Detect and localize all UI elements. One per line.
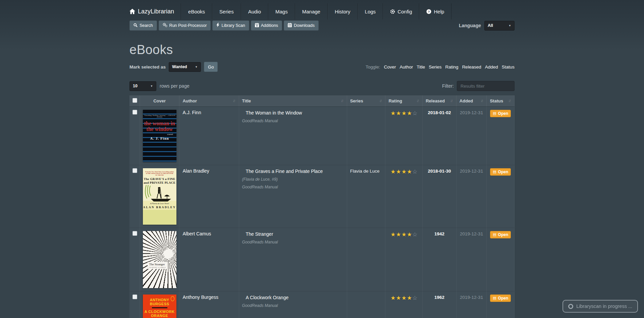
chevron-down-icon: ▼ <box>508 24 511 27</box>
title-link[interactable]: The Graves a Fine and Private Place <box>246 169 323 174</box>
sort-icon: ↓↑ <box>379 98 382 103</box>
nav-item-config[interactable]: Config <box>383 3 419 19</box>
column-header-status[interactable]: Status↓↑ <box>487 95 515 106</box>
downloads-button[interactable]: Downloads <box>284 20 319 31</box>
cover-illustration <box>144 185 175 202</box>
nav-item-logs[interactable]: Logs <box>358 3 383 19</box>
additions-button[interactable]: Additions <box>251 20 282 31</box>
brand-home-link[interactable]: LazyLibrarian <box>129 3 181 19</box>
nav-item-ebooks[interactable]: eBooks <box>181 3 212 19</box>
book-cover[interactable]: “Unsettling. Thrilling. Amazing.” —GILLI… <box>143 110 176 162</box>
column-header-title[interactable]: Title↓↑ <box>239 95 347 106</box>
toggle-author[interactable]: Author <box>400 64 413 70</box>
open-button[interactable]: ▤Open <box>490 294 511 302</box>
toggle-title[interactable]: Title <box>417 64 425 70</box>
rating-stars: ★★★★☆ <box>385 291 423 318</box>
column-header-released[interactable]: Released↓↑ <box>423 95 457 106</box>
author-link[interactable]: Alan Bradley <box>182 168 209 174</box>
sort-icon: ↓↑ <box>480 98 483 103</box>
title-link[interactable]: The Woman in the Window <box>246 110 302 116</box>
title-link[interactable]: The Stranger <box>246 231 273 237</box>
source-label: GoodReads Manual <box>242 303 344 308</box>
svg-text:?: ? <box>428 10 430 13</box>
nav-item-mags[interactable]: Mags <box>268 3 295 19</box>
sort-icon: ↓↑ <box>508 98 511 103</box>
cover-title: the woman in the window <box>143 121 176 132</box>
row-checkbox[interactable] <box>132 168 137 173</box>
row-checkbox[interactable] <box>132 110 137 115</box>
page-title: eBooks <box>129 43 515 57</box>
toggle-rating[interactable]: Rating <box>445 64 459 70</box>
lightning-icon <box>216 23 219 28</box>
nav-item-help[interactable]: ? Help <box>419 3 451 19</box>
column-header-rating[interactable]: Rating↓↑ <box>385 95 423 106</box>
cover-quote: “Unsettling. Thrilling. Amazing.” —GILLI… <box>143 115 176 118</box>
cover-title: The GRAVE'S a FINE and PRIVATE PLACE <box>143 177 176 185</box>
publisher-logo <box>171 296 174 301</box>
added-date: 2019-12-31 <box>460 110 483 115</box>
sort-icon: ↓↑ <box>233 98 236 103</box>
author-link[interactable]: Albert Camus <box>182 231 211 236</box>
library-scan-button[interactable]: Library Scan <box>212 20 249 31</box>
toggle-released[interactable]: Released <box>462 64 481 70</box>
sort-icon: ↓↑ <box>450 98 453 103</box>
toggle-status[interactable]: Status <box>502 64 515 70</box>
select-all-header[interactable] <box>129 95 140 106</box>
open-button[interactable]: ▤Open <box>490 110 511 117</box>
go-button[interactable]: Go <box>204 62 218 72</box>
mark-selected-select[interactable]: Wanted ▼ <box>169 62 201 72</box>
cover-author: A. J. Finn <box>143 136 176 140</box>
nav-item-audio[interactable]: Audio <box>241 3 268 19</box>
language-label: Language <box>459 23 481 28</box>
released-date: 1962 <box>434 295 444 300</box>
search-button[interactable]: Search <box>129 20 157 31</box>
rating-stars: ★★★★☆ <box>385 228 423 291</box>
author-link[interactable]: Anthony Burgess <box>182 294 218 300</box>
results-filter-input[interactable] <box>457 81 515 91</box>
select-all-checkbox[interactable] <box>132 98 137 103</box>
book-cover[interactable]: From the New York Times bestselling auth… <box>143 168 176 225</box>
brand-label: LazyLibrarian <box>138 8 174 15</box>
toolbar: Search Run Post-Processor Library Scan A… <box>129 20 515 31</box>
book-cover[interactable]: ANTHONY BURGESS A CLOCKWORK ORANGE <box>143 294 176 318</box>
filter-label: Filter: <box>442 83 454 89</box>
open-button[interactable]: ▤Open <box>490 168 511 176</box>
source-label: GoodReads Manual <box>242 119 344 123</box>
open-button[interactable]: ▤Open <box>490 231 511 238</box>
table-row: “Unsettling. Thrilling. Amazing.” —GILLI… <box>129 106 515 165</box>
toggle-added[interactable]: Added <box>485 64 498 70</box>
added-date: 2019-12-31 <box>460 169 483 174</box>
toggle-cover[interactable]: Cover <box>384 64 396 70</box>
toggle-series[interactable]: Series <box>429 64 441 70</box>
column-header-added[interactable]: Added↓↑ <box>456 95 487 106</box>
added-date: 2019-12-31 <box>460 295 483 300</box>
book-icon: ▤ <box>493 111 496 116</box>
libraryscan-toast: Libraryscan in progress ... <box>562 300 638 313</box>
gear-icon <box>390 9 395 14</box>
book-icon: ▤ <box>493 296 496 300</box>
column-header-series[interactable]: Series↓↑ <box>347 95 385 106</box>
search-icon <box>133 23 138 28</box>
sort-icon: ↓↑ <box>416 98 419 103</box>
released-date: 1942 <box>434 231 444 236</box>
row-checkbox[interactable] <box>132 231 137 236</box>
run-post-processor-button[interactable]: Run Post-Processor <box>159 20 211 31</box>
mark-selected-label: Mark selected as <box>129 64 166 70</box>
rows-per-page-select[interactable]: 10 ▼ <box>129 81 156 91</box>
row-checkbox[interactable] <box>132 294 137 299</box>
column-header-author[interactable]: Author↓↑ <box>179 95 239 106</box>
table-row: From the New York Times bestselling auth… <box>129 165 515 228</box>
nav-item-series[interactable]: Series <box>212 3 241 19</box>
cover-author: ALAN BRADLEY <box>143 206 176 209</box>
nav-item-manage[interactable]: Manage <box>295 3 327 19</box>
title-link[interactable]: A Clockwork Orange <box>246 295 289 300</box>
book-cover[interactable]: The Stranger ALBERT CAMUS <box>143 231 176 288</box>
author-link[interactable]: A.J. Finn <box>182 110 201 115</box>
cover-subtitle: a novel <box>143 133 176 135</box>
language-select[interactable]: All ▼ <box>484 21 515 31</box>
spinner-icon <box>568 304 573 309</box>
chevron-down-icon: ▼ <box>150 85 153 88</box>
nav-item-history[interactable]: History <box>327 3 358 19</box>
calendar-icon <box>288 23 292 28</box>
cover-subtitle: A Flavia de Luce Novel <box>143 202 176 205</box>
